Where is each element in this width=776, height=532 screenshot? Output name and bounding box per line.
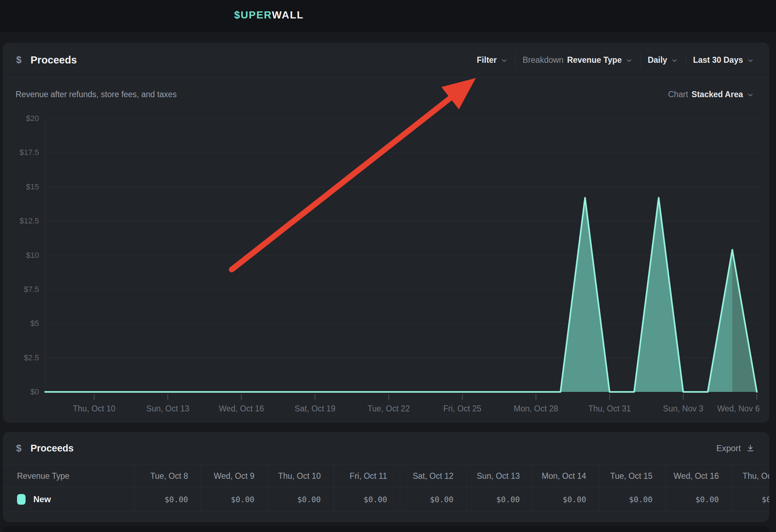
filter-label: Filter <box>477 55 497 65</box>
chart-subtitle: Revenue after refunds, store fees, and t… <box>16 90 177 99</box>
date-column-header: Mon, Oct 14 <box>533 465 599 487</box>
chart-type-label: Chart <box>668 90 688 99</box>
x-axis-tick-label: Sun, Nov 3 <box>663 404 704 413</box>
value-cell: $0.00 <box>533 487 599 511</box>
table-header-row: Revenue TypeTue, Oct 8Wed, Oct 9Thu, Oct… <box>3 465 769 487</box>
x-axis-tick-label: Wed, Nov 6 <box>717 404 760 413</box>
date-column-header: Sun, Oct 13 <box>466 465 533 487</box>
interval-select[interactable]: Daily <box>640 55 686 65</box>
date-column-header: Tue, Oct 15 <box>599 465 665 487</box>
logo-dollar-part: $UPER <box>234 9 272 21</box>
page: $UPERWALL $ Proceeds Filter Breakdown Re… <box>0 0 776 532</box>
value-cell: $0.00 <box>400 487 466 511</box>
value-cell: $0.00 <box>267 487 334 511</box>
y-axis-tick-label: $0 <box>31 387 39 396</box>
interval-value: Daily <box>648 55 667 65</box>
x-axis-tick-label: Wed, Oct 16 <box>219 404 264 413</box>
proceeds-area-chart[interactable]: $20$17.5$15$12.5$10$7.5$5$2.5$0Thu, Oct … <box>3 111 769 423</box>
chart-subheader: Revenue after refunds, store fees, and t… <box>3 78 769 111</box>
y-axis-tick-label: $2.5 <box>24 353 39 362</box>
x-axis-tick-label: Thu, Oct 10 <box>73 404 115 413</box>
revenue-type-label: New <box>33 494 51 504</box>
date-range-value: Last 30 Days <box>693 55 743 65</box>
revenue-type-cell: New <box>3 487 134 511</box>
date-column-header: Thu, Oct 17 <box>732 465 769 487</box>
date-column-header: Sat, Oct 12 <box>400 465 466 487</box>
x-axis-tick-label: Sat, Oct 19 <box>295 404 335 413</box>
y-axis-tick-label: $7.5 <box>24 285 39 294</box>
table-card-title: Proceeds <box>31 443 74 454</box>
table-row: New$0.00$0.00$0.00$0.00$0.00$0.00$0.00$0… <box>3 487 769 512</box>
export-button[interactable]: Export <box>716 443 756 453</box>
series-color-swatch <box>17 494 26 505</box>
proceeds-table-card: $ Proceeds Export Revenue TypeTue, Oct 8… <box>3 432 769 522</box>
revenue-type-column-header: Revenue Type <box>3 465 134 487</box>
value-cell: $0.00 <box>466 487 533 511</box>
y-axis-tick-label: $17.5 <box>20 148 39 157</box>
proceeds-chart-card: $ Proceeds Filter Breakdown Revenue Type… <box>3 43 769 423</box>
logo-wall-part: WALL <box>272 9 304 21</box>
chart-card-header: $ Proceeds Filter Breakdown Revenue Type… <box>3 43 769 78</box>
value-cell: $0.00 <box>334 487 400 511</box>
filter-button[interactable]: Filter <box>470 55 515 65</box>
export-label: Export <box>716 443 741 453</box>
chevron-down-icon <box>747 57 754 65</box>
top-nav: $UPERWALL <box>0 0 776 33</box>
proceeds-table: Revenue TypeTue, Oct 8Wed, Oct 9Thu, Oct… <box>3 465 769 512</box>
table-card-header: $ Proceeds Export <box>3 432 769 465</box>
y-axis-tick-label: $20 <box>26 114 39 123</box>
x-axis-tick-label: Sun, Oct 13 <box>146 404 189 413</box>
table-body: New$0.00$0.00$0.00$0.00$0.00$0.00$0.00$0… <box>3 487 769 512</box>
breakdown-value: Revenue Type <box>567 55 622 65</box>
value-cell: $0.00 <box>201 487 267 511</box>
x-axis-tick-label: Thu, Oct 31 <box>588 404 631 413</box>
value-cell: $0.00 <box>599 487 665 511</box>
date-column-header: Tue, Oct 8 <box>134 465 201 487</box>
breakdown-select[interactable]: Breakdown Revenue Type <box>516 55 640 65</box>
date-column-header: Wed, Oct 9 <box>201 465 267 487</box>
chart-type-select[interactable]: Chart Stacked Area <box>661 90 756 99</box>
area-fill <box>45 198 757 392</box>
chart-card-title: Proceeds <box>31 54 77 66</box>
x-axis-tick-label: Mon, Oct 28 <box>514 404 558 413</box>
dollar-icon: $ <box>16 443 22 454</box>
breakdown-label: Breakdown <box>523 55 563 65</box>
y-axis-tick-label: $15 <box>26 182 39 191</box>
date-column-header: Fri, Oct 11 <box>334 465 400 487</box>
download-icon <box>746 444 755 453</box>
value-cell: $0.00 <box>665 487 732 511</box>
y-axis-tick-label: $10 <box>26 251 39 260</box>
date-column-header: Thu, Oct 10 <box>267 465 334 487</box>
date-column-header: Wed, Oct 16 <box>665 465 732 487</box>
y-axis-tick-label: $12.5 <box>20 216 39 225</box>
chart-type-value: Stacked Area <box>692 90 743 99</box>
date-range-select[interactable]: Last 30 Days <box>686 55 756 65</box>
chevron-down-icon <box>500 57 508 65</box>
x-axis-tick-label: Tue, Oct 22 <box>368 404 410 413</box>
x-axis-tick-label: Fri, Oct 25 <box>443 404 481 413</box>
value-cell: $0.00 <box>732 487 769 511</box>
dollar-icon: $ <box>16 55 22 66</box>
next-card-top-edge <box>3 526 769 532</box>
chart-controls: Filter Breakdown Revenue Type Daily Last… <box>470 53 756 68</box>
chevron-down-icon <box>671 57 678 65</box>
superwall-logo[interactable]: $UPERWALL <box>234 9 304 21</box>
chevron-down-icon <box>625 57 633 65</box>
y-axis-tick-label: $5 <box>31 319 39 328</box>
chevron-down-icon <box>747 91 754 99</box>
value-cell: $0.00 <box>134 487 201 511</box>
